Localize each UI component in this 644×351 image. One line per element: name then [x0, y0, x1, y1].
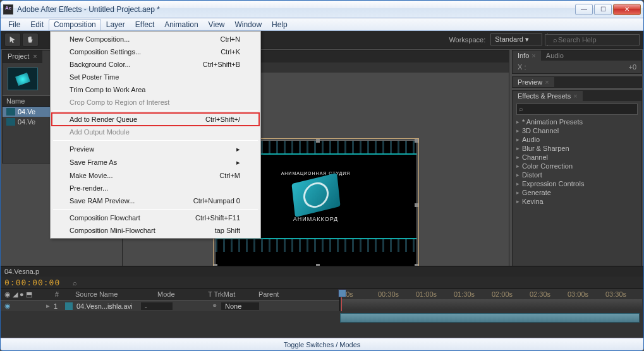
- effects-category[interactable]: ▸Blur & Sharpen: [513, 144, 641, 153]
- menu-item-crop-comp-to-region-of-interest: Crop Comp to Region of Interest: [52, 96, 259, 109]
- eye-col-icon: ◉ ◢ ● ⬒: [4, 290, 42, 299]
- source-col[interactable]: Source Name: [75, 290, 145, 299]
- effects-category[interactable]: ▸Audio: [513, 135, 641, 144]
- preview-tab[interactable]: Preview×: [513, 77, 554, 87]
- menu-item-composition-mini-flowchart[interactable]: Composition Mini-Flowcharttap Shift: [52, 224, 259, 237]
- footage-icon: [6, 118, 15, 126]
- menu-item-trim-comp-to-work-area[interactable]: Trim Comp to Work Area: [52, 83, 259, 96]
- workspace-dropdown[interactable]: Standard ▾: [490, 33, 542, 45]
- layer-name[interactable]: 04.Vesn...ishla.avi: [76, 302, 137, 310]
- app-icon: [3, 4, 13, 15]
- selection-tool-icon[interactable]: [4, 33, 21, 47]
- work-area-bar[interactable]: [341, 299, 642, 309]
- expand-icon[interactable]: ▸: [516, 181, 519, 187]
- expand-icon[interactable]: ▸: [516, 128, 519, 134]
- close-button[interactable]: ✕: [613, 4, 641, 15]
- maximize-button[interactable]: ☐: [594, 4, 612, 15]
- expand-icon[interactable]: ▸: [516, 119, 519, 125]
- effects-category[interactable]: ▸Kevina: [513, 197, 641, 206]
- menu-item-composition-flowchart[interactable]: Composition FlowchartCtrl+Shift+F11: [52, 211, 259, 224]
- effects-category[interactable]: ▸Generate: [513, 188, 641, 197]
- timeline-panel: 04.Vesna.p 0:00:00:00 ⌕ ◉ ◢ ● ⬒ # Source…: [1, 266, 643, 338]
- menu-item-pre-render[interactable]: Pre-render...: [52, 182, 259, 194]
- trkmat-col[interactable]: T TrkMat: [208, 290, 246, 299]
- window-title: Adobe After Effects - Untitled Project.a…: [17, 5, 575, 14]
- menu-file[interactable]: File: [3, 19, 25, 30]
- info-y-value: +0: [628, 63, 636, 71]
- menu-item-background-color[interactable]: Background Color...Ctrl+Shift+B: [52, 58, 259, 71]
- composition-menu: New Composition...Ctrl+NComposition Sett…: [50, 31, 261, 239]
- toggle-switches-button[interactable]: Toggle Switches / Modes: [284, 341, 361, 348]
- audio-tab[interactable]: Audio: [541, 51, 569, 61]
- close-tab-icon[interactable]: ×: [33, 52, 37, 60]
- search-icon: ⌕: [553, 36, 557, 44]
- time-ruler[interactable]: :00s00:30s01:00s01:30s02:00s02:30s03:00s…: [340, 289, 643, 299]
- app-window: Adobe After Effects - Untitled Project.a…: [0, 0, 644, 351]
- expand-icon[interactable]: ▸: [516, 198, 519, 205]
- menu-layer[interactable]: Layer: [101, 19, 130, 30]
- blend-mode-dropdown[interactable]: -: [141, 302, 173, 310]
- film-perforation-icon: [216, 238, 416, 252]
- effects-category[interactable]: ▸Expression Controls: [513, 179, 641, 188]
- menu-item-new-composition[interactable]: New Composition...Ctrl+N: [52, 33, 259, 45]
- layer-color-icon: [65, 302, 73, 310]
- effects-category[interactable]: ▸Color Correction: [513, 162, 641, 170]
- layer-clip[interactable]: [340, 313, 640, 323]
- menu-item-add-output-module: Add Output Module: [52, 126, 259, 138]
- menu-item-make-movie[interactable]: Make Movie...Ctrl+M: [52, 169, 259, 182]
- timecode-display[interactable]: 0:00:00:00: [4, 278, 60, 287]
- menu-item-composition-settings[interactable]: Composition Settings...Ctrl+K: [52, 45, 259, 58]
- effects-category[interactable]: ▸Distort: [513, 170, 641, 179]
- menu-item-preview[interactable]: Preview▸: [52, 143, 259, 156]
- menu-animation[interactable]: Animation: [159, 19, 203, 30]
- parent-dropdown[interactable]: None: [221, 302, 259, 310]
- num-col: #: [55, 290, 63, 299]
- layer-row[interactable]: ◉ ▸ 1 04.Vesn...ishla.avi - ⚭ None: [1, 300, 339, 311]
- effects-search-input[interactable]: [516, 104, 638, 115]
- expand-icon[interactable]: ▸: [516, 145, 519, 152]
- menu-effect[interactable]: Effect: [130, 19, 159, 30]
- project-tab[interactable]: Project×: [3, 51, 42, 62]
- status-bar: Toggle Switches / Modes: [1, 338, 643, 350]
- titlebar: Adobe After Effects - Untitled Project.a…: [1, 1, 643, 18]
- expand-icon[interactable]: ▸: [516, 172, 519, 178]
- playhead[interactable]: [341, 289, 342, 311]
- studio-logo-icon: [291, 173, 340, 218]
- menu-item-add-to-render-queue[interactable]: Add to Render QueueCtrl+Shift+/: [52, 113, 259, 126]
- help-search-input[interactable]: [545, 34, 640, 45]
- info-tab[interactable]: Info×: [513, 51, 541, 61]
- studio-name: АНИМАККОРД: [293, 216, 338, 222]
- menu-item-save-frame-as[interactable]: Save Frame As▸: [52, 156, 259, 169]
- expand-icon[interactable]: ▸: [516, 163, 519, 169]
- studio-caption: АНИМАЦИОННАЯ СТУДИЯ: [281, 171, 351, 176]
- mode-col[interactable]: Mode: [157, 290, 195, 299]
- parent-col[interactable]: Parent: [258, 290, 279, 299]
- search-icon: ⌕: [519, 105, 523, 112]
- effects-category[interactable]: ▸Channel: [513, 153, 641, 162]
- info-panel: Info× Audio X :+0: [512, 50, 642, 74]
- menu-composition[interactable]: Composition: [49, 19, 101, 30]
- menu-help[interactable]: Help: [267, 19, 293, 30]
- effects-category[interactable]: ▸* Animation Presets: [513, 117, 641, 126]
- menubar: FileEditCompositionLayerEffectAnimationV…: [1, 18, 643, 31]
- workspace-label: Workspace:: [449, 36, 485, 44]
- preview-panel: Preview×: [512, 76, 642, 88]
- menu-item-save-ram-preview[interactable]: Save RAM Preview...Ctrl+Numpad 0: [52, 194, 259, 207]
- expand-icon[interactable]: ▸: [516, 136, 519, 143]
- effects-tab[interactable]: Effects & Presets×: [513, 91, 583, 101]
- hand-tool-icon[interactable]: [22, 33, 39, 47]
- footage-icon: [6, 108, 15, 116]
- menu-edit[interactable]: Edit: [25, 19, 49, 30]
- info-x-label: X :: [518, 63, 526, 71]
- menu-item-set-poster-time[interactable]: Set Poster Time: [52, 71, 259, 83]
- project-thumbnail: [8, 68, 38, 90]
- menu-view[interactable]: View: [204, 19, 230, 30]
- expand-icon[interactable]: ▸: [516, 189, 519, 196]
- minimize-button[interactable]: —: [575, 4, 593, 15]
- expand-icon[interactable]: ▸: [516, 154, 519, 160]
- effects-category[interactable]: ▸3D Channel: [513, 126, 641, 135]
- menu-window[interactable]: Window: [229, 19, 267, 30]
- timeline-tab[interactable]: 04.Vesna.p: [4, 268, 39, 275]
